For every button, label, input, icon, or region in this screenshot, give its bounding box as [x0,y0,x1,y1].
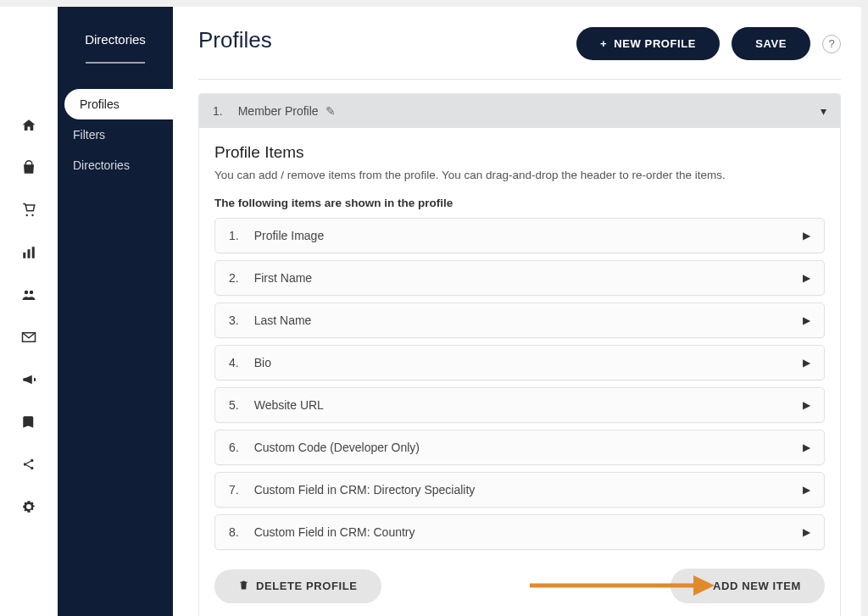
profile-items-list: 1.Profile Image ▶ 2.First Name ▶ 3.Last … [214,218,825,550]
list-item[interactable]: 3.Last Name ▶ [214,302,825,338]
svg-point-7 [24,463,26,465]
svg-point-9 [31,467,33,469]
expand-caret-icon: ▶ [803,484,810,496]
list-item[interactable]: 5.Website URL ▶ [214,387,825,423]
plus-circle-icon [694,579,706,593]
plus-icon: + [600,37,607,50]
home-icon[interactable] [20,117,37,134]
pencil-icon[interactable]: ✎ [326,104,336,118]
profile-index: 1. [213,104,223,118]
cart-icon[interactable] [20,202,37,219]
list-item[interactable]: 7.Custom Field in CRM: Directory Special… [214,472,825,508]
expand-caret-icon: ▶ [803,272,810,284]
sub-nav: Directories Profiles Filters Directories [58,7,173,616]
expand-caret-icon: ▶ [803,357,810,369]
svg-point-5 [25,291,29,295]
profile-panel-header[interactable]: 1. Member Profile ✎ ▾ [199,94,840,128]
expand-caret-icon: ▶ [803,314,810,326]
svg-point-1 [31,214,33,216]
collapse-caret-icon[interactable]: ▾ [821,104,826,118]
list-item[interactable]: 1.Profile Image ▶ [214,218,825,253]
svg-rect-4 [32,247,35,258]
profile-panel: 1. Member Profile ✎ ▾ Profile Items You … [198,93,841,616]
svg-rect-14 [698,584,704,585]
expand-caret-icon: ▶ [803,526,810,538]
list-item[interactable]: 2.First Name ▶ [214,260,825,296]
list-item[interactable]: 6.Custom Code (Developer Only) ▶ [214,430,825,465]
svg-point-0 [26,214,28,216]
main-content: Profiles + NEW PROFILE SAVE ? 1. Member … [173,7,861,616]
megaphone-icon[interactable] [20,371,37,388]
expand-caret-icon: ▶ [803,441,810,453]
bag-icon[interactable] [20,159,37,176]
book-icon[interactable] [20,413,37,430]
subnav-item-directories[interactable]: Directories [58,150,173,180]
subnav-item-profiles[interactable]: Profiles [64,89,173,119]
help-button[interactable]: ? [822,35,841,53]
members-icon[interactable] [20,286,37,303]
page-title: Profiles [198,27,272,53]
delete-profile-button[interactable]: DELETE PROFILE [214,569,381,603]
save-button[interactable]: SAVE [732,27,810,60]
gear-icon[interactable] [20,498,37,515]
list-item[interactable]: 4.Bio ▶ [214,345,825,380]
share-icon[interactable] [20,456,37,473]
expand-caret-icon: ▶ [803,230,810,241]
mail-icon[interactable] [20,329,37,346]
icon-rail [0,7,58,616]
subnav-divider [86,62,145,64]
svg-rect-3 [28,249,31,258]
chart-icon[interactable] [20,244,37,261]
subnav-item-filters[interactable]: Filters [58,119,173,150]
add-new-item-button[interactable]: ADD NEW ITEM [670,569,825,603]
subnav-title: Directories [85,32,146,47]
trash-icon [238,580,249,593]
profile-items-title: Profile Items [214,143,825,162]
expand-caret-icon: ▶ [803,399,810,411]
items-caption: The following items are shown in the pro… [214,197,825,209]
new-profile-button[interactable]: + NEW PROFILE [576,27,720,60]
svg-point-8 [31,459,33,462]
list-item[interactable]: 8.Custom Field in CRM: Country ▶ [214,514,825,550]
svg-rect-2 [23,253,25,258]
profile-items-desc: You can add / remove items from the prof… [214,169,825,181]
profile-name: Member Profile [238,104,319,118]
svg-point-6 [30,291,34,295]
